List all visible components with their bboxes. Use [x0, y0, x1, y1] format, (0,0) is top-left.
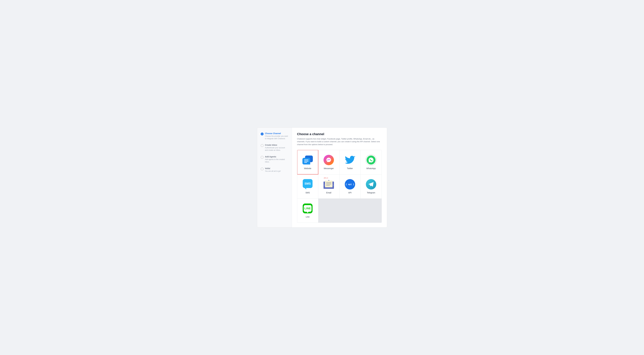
channel-label-twitter: Twitter	[347, 167, 353, 170]
channel-label-api: API	[348, 192, 352, 194]
telegram-icon	[366, 179, 376, 189]
channel-label-messenger: Messenger	[324, 167, 334, 170]
page-description: Chatwoot supports live-chat widget, Face…	[297, 137, 382, 146]
step-desc-create-inbox: Authenticate your account and create an …	[265, 147, 288, 152]
email-icon: j301.cn	[324, 179, 334, 189]
channel-line[interactable]: LINE Line	[297, 199, 318, 223]
channel-messenger[interactable]: Messenger	[318, 150, 339, 174]
step-choose-channel[interactable]: 1Choose ChannelChoose the provider you w…	[261, 132, 288, 140]
step-add-agents[interactable]: Add AgentsAdd agents to the created inbo…	[261, 156, 288, 163]
step-circle-add-agents	[261, 156, 264, 159]
channel-whatsapp[interactable]: WhatsApp	[360, 150, 382, 174]
channel-api[interactable]: { api }API	[340, 174, 360, 198]
channel-label-website: Website	[304, 167, 311, 170]
page-title: Choose a channel	[297, 132, 382, 136]
channel-label-email: Email	[326, 192, 331, 194]
api-icon: { api }	[345, 179, 355, 189]
channel-label-sms: SMS	[306, 192, 310, 194]
messenger-icon	[324, 155, 334, 165]
step-desc-add-agents: Add agents to the created inbox.	[265, 158, 288, 163]
step-title-choose-channel: Choose Channel	[265, 132, 288, 135]
step-circle-voila	[261, 168, 264, 170]
step-title-add-agents: Add Agents	[265, 156, 288, 158]
step-title-voila: Voila!	[265, 167, 281, 170]
channel-email[interactable]: j301.cn Email	[318, 174, 339, 198]
channel-twitter[interactable]: Twitter	[340, 150, 360, 174]
whatsapp-icon	[366, 155, 376, 165]
twitter-icon	[345, 155, 355, 165]
line-icon: LINE	[302, 203, 313, 214]
sidebar: 1Choose ChannelChoose the provider you w…	[257, 128, 292, 227]
main-container: 1Choose ChannelChoose the provider you w…	[257, 128, 387, 228]
step-voila[interactable]: Voila!You are all set to go!	[261, 167, 288, 172]
channel-label-line: Line	[306, 216, 310, 218]
main-content: Choose a channel Chatwoot supports live-…	[292, 128, 387, 227]
channel-grid: Website Messenger Twitter	[297, 150, 382, 223]
step-desc-voila: You are all set to go!	[265, 170, 281, 172]
channel-website[interactable]: Website	[297, 150, 318, 174]
step-circle-choose-channel: 1	[261, 133, 264, 135]
channel-sms[interactable]: SMS SMS	[297, 174, 318, 198]
channel-telegram[interactable]: Telegram	[360, 174, 382, 198]
channel-label-telegram: Telegram	[367, 192, 375, 194]
step-create-inbox[interactable]: Create InboxAuthenticate your account an…	[261, 144, 288, 152]
step-title-create-inbox: Create Inbox	[265, 144, 288, 146]
channel-label-whatsapp: WhatsApp	[366, 167, 376, 170]
step-desc-choose-channel: Choose the provider you want to integrat…	[265, 135, 288, 140]
sms-icon: SMS	[302, 179, 313, 189]
website-icon	[302, 155, 313, 165]
step-circle-create-inbox	[261, 144, 264, 147]
